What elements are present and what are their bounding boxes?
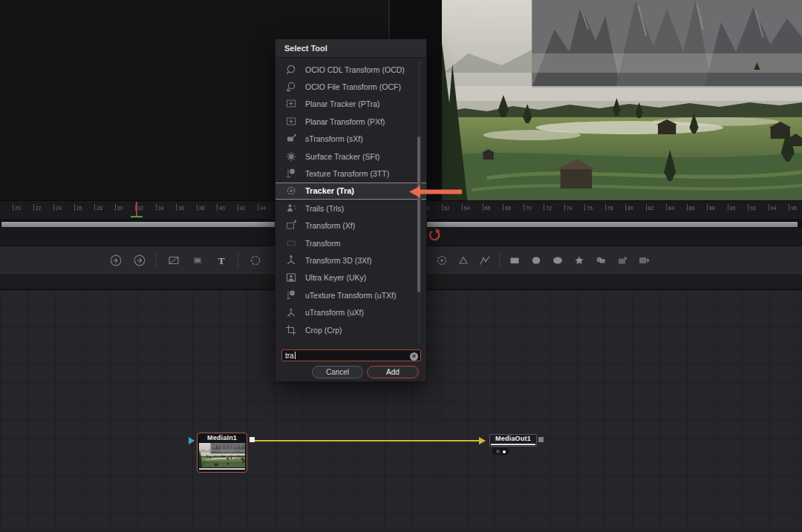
tool-item-surface-tracker-sft[interactable]: Surface Tracker (SFt) [276,148,426,165]
image-transform-icon[interactable] [636,254,651,268]
transform-xf-icon [285,220,297,231]
tool-item-utransform-uxf[interactable]: uuTransform (uXf) [276,303,426,321]
tool-item-transform[interactable]: Transform [276,234,426,252]
ruler-tick: 94 [769,204,777,211]
mediaout1-output-connector[interactable] [538,437,544,442]
mediain1-underline [199,468,245,470]
select-tool-dialog: Select Tool OCIO CDL Transform (OCD)OCIO… [275,39,427,382]
tool-item-crop-crp[interactable]: Crop (Crp) [276,321,426,338]
tool-item-label: Transform [305,239,340,248]
media-in-icon[interactable] [108,254,123,268]
tool-item-label: Planar Transform (PXf) [305,117,385,126]
viewer2-dot[interactable] [503,450,506,453]
tool-list: OCIO CDL Transform (OCD)OCIO File Transf… [276,61,426,344]
mediaout1-viewer-dots[interactable] [492,448,509,455]
tool-item-label: Tracker (Tra) [305,186,354,195]
toolbar-separator [238,252,238,269]
transform-plain-icon [285,237,297,249]
ruler-tick: 68 [503,204,511,211]
star-mask-icon[interactable] [572,254,586,268]
tool-item-label: Texture Transform (3TT) [305,169,389,178]
tool-item-label: Crop (Crp) [305,326,342,335]
mediain1-output-connector[interactable] [250,437,255,442]
fast-noise-icon[interactable] [190,254,204,268]
tool-item-label: Trails (Trls) [305,204,344,213]
tool-item-utexture-transform-utxf[interactable]: uTexture Transform (uTXf) [276,286,426,303]
media-out-icon[interactable] [132,254,146,268]
tool-item-planar-tracker-ptra[interactable]: Planar Tracker (PTra) [276,96,426,113]
tool-item-ocio-file-transform-ocf[interactable]: OCIO File Transform (OCF) [276,78,426,95]
partial-icon [285,341,297,344]
toolbar-group-masks [413,246,651,275]
tracker-icon [285,185,297,197]
cancel-button[interactable]: Cancel [312,366,363,378]
surface-tracker-icon [285,151,297,162]
tool-item-label: Transform 3D (3Xf) [305,256,371,265]
polygon-mask-icon[interactable] [529,254,543,268]
triangle-icon[interactable] [456,254,470,268]
tool-item-planar-transform-pxf[interactable]: Planar Transform (PXf) [276,113,426,130]
tool-item-ultra-keyer-uky[interactable]: Ultra Keyer (UKy) [276,269,426,286]
tool-item-ocio-cdl-transform-ocd[interactable]: OCIO CDL Transform (OCD) [276,61,426,78]
ruler-tick: 66 [483,204,491,211]
tool-item-label: sTransform (sXf) [305,134,363,143]
ruler-tick: 26 [74,204,82,211]
tool-search-input[interactable]: tra × [281,349,421,361]
text-icon[interactable]: T [214,254,228,268]
fusion-page: 2022242628303234363840424446485052545658… [0,0,802,532]
text-caret [295,352,296,359]
tracker-tool-icon[interactable] [434,254,449,268]
background-icon[interactable] [166,254,180,268]
ruler-tick: 22 [33,204,42,211]
mediain-input-arrow-icon [189,437,195,444]
tool-item-transform-xf[interactable]: Transform (Xf) [276,217,426,234]
ruler-tick: 44 [258,204,266,211]
ruler-tick: 64 [462,204,470,211]
mediain1-thumbnail [199,443,245,467]
ruler-tick: 38 [197,204,205,211]
ruler-tick: 20 [13,204,21,211]
transform-tool-icon[interactable] [615,254,629,268]
tool-item-trails-trls[interactable]: Trails (Trls) [276,200,426,217]
crop-icon [285,324,297,336]
toolbar-group-generators: T [108,246,286,275]
ocio-file-icon [285,81,297,93]
tool-item-label: OCIO CDL Transform (OCD) [305,65,405,74]
ruler-tick: 90 [728,204,736,211]
playhead[interactable] [136,202,137,217]
clear-search-icon[interactable]: × [410,352,418,361]
ellipse-mask-icon[interactable] [550,254,564,268]
tool-item-label: Surface Tracker (SFt) [305,152,379,161]
dashed-circle-icon[interactable] [248,254,262,268]
tool-item-transform-3d-3xf[interactable]: Transform 3D (3Xf) [276,252,426,269]
ruler-tick: 30 [115,204,123,211]
ruler-tick: 70 [524,204,532,211]
ruler-tick: 82 [646,204,654,211]
node-mediain1[interactable]: MediaIn1 [197,433,247,473]
ruler-tick: 74 [564,204,573,211]
toolbar-separator [499,252,500,269]
ruler-tick: 72 [544,204,552,211]
tool-item-tracker-tra[interactable]: Tracker (Tra) [276,183,426,200]
ruler-tick: 36 [176,204,184,211]
mediaout1-label: MediaOut1 [490,435,536,443]
rectangle-mask-icon[interactable] [507,254,521,268]
svg-text:u: u [288,313,290,318]
node-connection [252,440,480,441]
transform-3d-icon [285,254,297,266]
ruler-tick: 86 [687,204,695,211]
paint-icon[interactable] [593,254,607,268]
add-button[interactable]: Add [367,366,419,378]
ultra-keyer-icon [285,272,297,283]
ruler-tick: 42 [238,204,246,211]
spline-icon[interactable] [477,254,492,268]
loop-playback-icon[interactable] [426,229,443,243]
node-mediaout1[interactable]: MediaOut1 [489,434,537,447]
dialog-scrollbar-thumb[interactable] [417,137,420,292]
mediain1-label: MediaIn1 [198,433,247,443]
tool-item-stransform-sxf[interactable]: sTransform (sXf) [276,131,426,148]
ruler-tick: 62 [442,204,450,211]
planar-tracker-icon [285,98,297,110]
viewer1-dot[interactable] [496,450,500,453]
tool-item-texture-transform-3tt[interactable]: Texture Transform (3TT) [276,165,426,182]
